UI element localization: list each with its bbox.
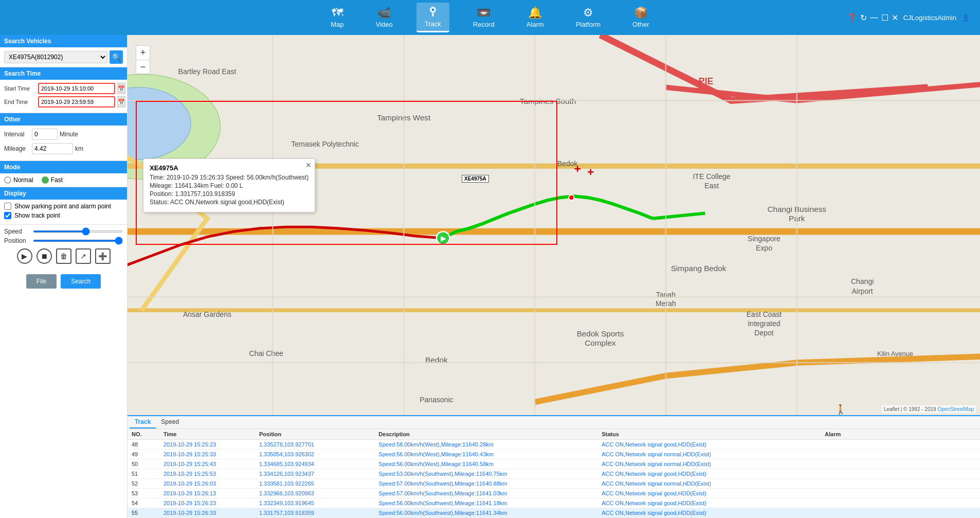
map-and-table: Bedok Reservoir Park bbox=[128, 35, 980, 518]
speed-label: Speed bbox=[4, 228, 30, 235]
table-row[interactable]: 54 2019-10-29 15:26:23 1.332349,103.9196… bbox=[128, 498, 980, 508]
header-no: NO. bbox=[128, 429, 159, 440]
cell-no: 52 bbox=[128, 479, 159, 489]
playback-controls: ▶ ⏹ 🗑 ↗ ➕ bbox=[4, 248, 123, 264]
nav-record[interactable]: 📼 Record bbox=[465, 4, 503, 31]
mileage-input[interactable] bbox=[32, 143, 73, 154]
help-icon[interactable]: ❓ bbox=[847, 13, 857, 23]
mileage-label: Mileage bbox=[4, 145, 30, 152]
nav-platform[interactable]: ⚙ Platform bbox=[568, 4, 609, 31]
header-time: Time bbox=[159, 429, 255, 440]
mode-fast-radio[interactable] bbox=[42, 176, 49, 184]
end-time-calendar-button[interactable]: 📅 bbox=[117, 96, 125, 108]
popup-mileage-label: Mileage: bbox=[150, 182, 173, 189]
show-track-checkbox[interactable] bbox=[4, 212, 11, 219]
svg-text:Panasonic: Panasonic bbox=[420, 396, 453, 404]
cell-no: 50 bbox=[128, 459, 159, 469]
attribution-text: Leaflet | © 1992 - 2019 bbox=[884, 406, 937, 412]
top-navigation: 🗺 Map 📹 Video Track 📼 Record 🔔 Alarm bbox=[0, 0, 980, 35]
vehicle-label-container: XE4975A bbox=[462, 175, 489, 183]
nav-alarm-label: Alarm bbox=[527, 21, 544, 28]
position-slider[interactable] bbox=[33, 240, 123, 242]
search-time-section: Search Time Start Time 📅 End Time 📅 bbox=[0, 67, 127, 113]
popup-mileage: Mileage: 11641.34km Fuel: 0.00 L bbox=[150, 182, 308, 189]
cell-description: Speed:56.00km/h(Southwest),Mileage:11641… bbox=[374, 498, 597, 508]
nav-video[interactable]: 📹 Video bbox=[368, 4, 401, 31]
start-time-calendar-button[interactable]: 📅 bbox=[117, 83, 125, 94]
mode-normal-radio[interactable] bbox=[4, 176, 11, 184]
zoom-in-button[interactable]: + bbox=[136, 45, 150, 60]
cell-description: Speed:58.00km/h(West),Mileage:11640.28km bbox=[374, 440, 597, 450]
cell-position: 1.333581,103.922265 bbox=[255, 479, 374, 489]
osm-link[interactable]: OpenStreetMap bbox=[937, 406, 974, 412]
add-button[interactable]: ➕ bbox=[95, 248, 111, 264]
svg-text:🚶: 🚶 bbox=[835, 404, 847, 415]
mode-normal-label[interactable]: Normal bbox=[4, 176, 33, 184]
start-time-label: Start Time bbox=[4, 85, 36, 92]
minimize-icon[interactable]: — bbox=[870, 13, 878, 22]
popup-status-value: ACC ON,Network signal good,HDD(Exist) bbox=[170, 199, 284, 206]
nav-video-label: Video bbox=[376, 21, 393, 28]
svg-point-52 bbox=[569, 195, 574, 200]
table-row[interactable]: 49 2019-10-29 15:25:33 1.335054,103.9263… bbox=[128, 450, 980, 459]
speed-slider[interactable] bbox=[33, 230, 123, 233]
bottom-buttons: File Search bbox=[0, 271, 127, 292]
table-row[interactable]: 55 2019-10-29 15:26:33 1.331757,103.9183… bbox=[128, 508, 980, 518]
stop-button[interactable]: ⏹ bbox=[37, 248, 52, 264]
table-row[interactable]: 48 2019-10-29 15:25:23 1.335278,103.9277… bbox=[128, 440, 980, 450]
close-icon[interactable]: ✕ bbox=[892, 13, 898, 23]
svg-text:Depot: Depot bbox=[754, 329, 773, 337]
cell-no: 49 bbox=[128, 450, 159, 459]
zoom-out-button[interactable]: − bbox=[136, 60, 150, 74]
nav-utility-icons: ❓ ↻ — ☐ ✕ bbox=[847, 13, 898, 23]
table-row[interactable]: 52 2019-10-29 15:26:03 1.333581,103.9222… bbox=[128, 479, 980, 489]
end-time-input[interactable] bbox=[38, 96, 115, 108]
start-time-input[interactable] bbox=[38, 83, 115, 94]
map-background[interactable]: Bedok Reservoir Park bbox=[128, 35, 980, 415]
nav-alarm[interactable]: 🔔 Alarm bbox=[518, 4, 552, 31]
search-button[interactable]: Search bbox=[61, 274, 101, 289]
table-header: NO. Time Position Description Status Ala… bbox=[128, 429, 980, 440]
table-row[interactable]: 50 2019-10-29 15:25:43 1.334685,103.9249… bbox=[128, 459, 980, 469]
tab-speed[interactable]: Speed bbox=[156, 416, 184, 428]
svg-text:Bedok Sports: Bedok Sports bbox=[577, 329, 624, 338]
nav-track[interactable]: Track bbox=[416, 3, 449, 32]
delete-button[interactable]: 🗑 bbox=[56, 248, 71, 264]
cell-status: ACC ON,Network signal normal,HDD(Exist) bbox=[597, 459, 821, 469]
map-container[interactable]: Bedok Reservoir Park bbox=[128, 35, 980, 415]
nav-map[interactable]: 🗺 Map bbox=[322, 4, 352, 31]
mode-section: Mode Normal Fast bbox=[0, 161, 127, 187]
cell-status: ACC ON,Network signal good,HDD(Exist) bbox=[597, 498, 821, 508]
refresh-icon[interactable]: ↻ bbox=[860, 13, 867, 23]
svg-text:Temasek Polytechnic: Temasek Polytechnic bbox=[292, 140, 359, 148]
header-status: Status bbox=[597, 429, 821, 440]
nav-other[interactable]: 📦 Other bbox=[624, 4, 658, 31]
mode-fast-label[interactable]: Fast bbox=[42, 176, 63, 184]
play-button[interactable]: ▶ bbox=[17, 248, 32, 264]
checkbox-parking-row: Show parking point and alarm point bbox=[4, 203, 123, 210]
tab-track[interactable]: Track bbox=[130, 416, 156, 428]
svg-text:+: + bbox=[574, 162, 580, 175]
vehicle-search-button[interactable]: 🔍 bbox=[110, 50, 123, 64]
maximize-icon[interactable]: ☐ bbox=[881, 13, 888, 23]
cell-position: 1.332349,103.919645 bbox=[255, 498, 374, 508]
show-parking-checkbox[interactable] bbox=[4, 203, 11, 210]
nav-right: ❓ ↻ — ☐ ✕ CJLogisticsAdmin 👤 bbox=[847, 13, 970, 23]
map-attribution: Leaflet | © 1992 - 2019 OpenStreetMap bbox=[882, 405, 976, 413]
table-row[interactable]: 53 2019-10-29 15:26:13 1.332966,103.9209… bbox=[128, 489, 980, 498]
mode-body: Normal Fast bbox=[0, 173, 127, 187]
svg-text:Ansar Gardens: Ansar Gardens bbox=[183, 310, 231, 318]
mileage-row: Mileage km bbox=[4, 143, 123, 154]
svg-text:Simpang Bedok: Simpang Bedok bbox=[671, 264, 727, 273]
interval-input[interactable] bbox=[32, 129, 58, 140]
file-button[interactable]: File bbox=[26, 274, 57, 289]
map-icon: 🗺 bbox=[332, 7, 343, 19]
table-row[interactable]: 51 2019-10-29 15:25:53 1.334126,103.9234… bbox=[128, 469, 980, 479]
cell-alarm bbox=[821, 469, 980, 479]
popup-position: Position: 1.331757,103.918359 bbox=[150, 190, 308, 198]
table-tabs: Track Speed bbox=[128, 416, 980, 429]
nav-record-label: Record bbox=[473, 21, 495, 28]
vehicle-select[interactable]: XE4975A(8012902) bbox=[4, 51, 107, 63]
popup-close-button[interactable]: ✕ bbox=[305, 161, 312, 169]
export-button[interactable]: ↗ bbox=[76, 248, 91, 264]
